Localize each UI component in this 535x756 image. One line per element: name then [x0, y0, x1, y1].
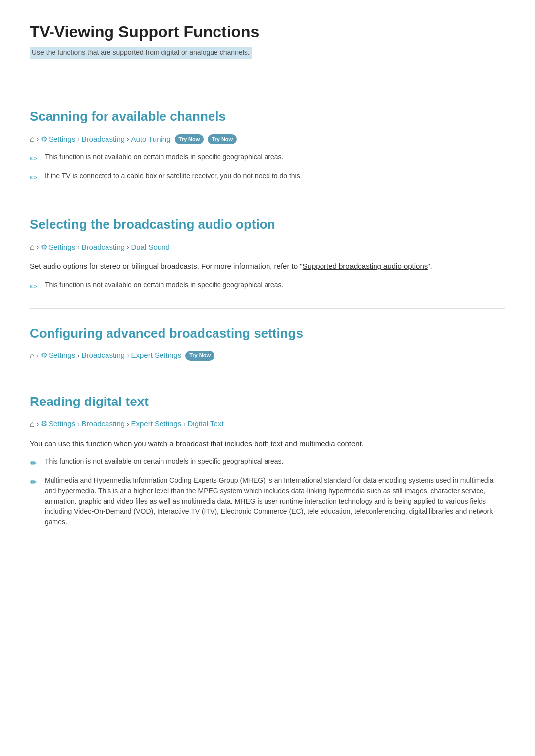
section-digital-text: Reading digital text ⌂ › ⚙ Settings › Br… — [30, 392, 505, 528]
home-icon-3: ⌂ — [30, 350, 35, 362]
digital-text-body: You can use this function when you watch… — [30, 437, 505, 450]
notes-list-scanning: ✏ This function is not available on cert… — [30, 152, 505, 185]
breadcrumb-arrow-6: › — [127, 242, 129, 252]
note-text-3: This function is not available on certai… — [45, 280, 505, 290]
section-scanning: Scanning for available channels ⌂ › ⚙ Se… — [30, 107, 505, 185]
breadcrumb-arrow-9: › — [127, 351, 129, 361]
section-title-audio: Selecting the broadcasting audio option — [30, 215, 505, 234]
breadcrumb-settings-4: ⚙ Settings — [41, 418, 75, 430]
breadcrumb-arrow-7: › — [37, 351, 39, 361]
breadcrumb-broadcasting-4[interactable]: Broadcasting — [82, 418, 125, 430]
breadcrumb-auto-tuning[interactable]: Auto Tuning — [131, 134, 170, 145]
note-item: ✏ This function is not available on cert… — [30, 152, 505, 166]
notes-list-digital: ✏ This function is not available on cert… — [30, 456, 505, 527]
audio-body-text: Set audio options for stereo or bilingua… — [30, 260, 505, 273]
section-advanced: Configuring advanced broadcasting settin… — [30, 324, 505, 362]
try-now-badge-3[interactable]: Try Now — [185, 351, 214, 361]
gear-icon: ⚙ Settings — [41, 134, 75, 145]
home-icon: ⌂ — [30, 133, 35, 145]
breadcrumb-expert-settings-1[interactable]: Expert Settings — [131, 350, 181, 361]
note-item-audio: ✏ This function is not available on cert… — [30, 280, 505, 294]
home-icon-4: ⌂ — [30, 418, 35, 430]
section-audio: Selecting the broadcasting audio option … — [30, 215, 505, 294]
section-title-scanning: Scanning for available channels — [30, 107, 505, 126]
breadcrumb-arrow-12: › — [127, 419, 129, 429]
supported-audio-link[interactable]: Supported broadcasting audio options — [303, 262, 428, 270]
breadcrumb-arrow-11: › — [77, 419, 79, 429]
breadcrumb-scanning: ⌂ › ⚙ Settings › Broadcasting › Auto Tun… — [30, 133, 505, 145]
breadcrumb-arrow-2: › — [77, 134, 79, 144]
breadcrumb-settings-3: ⚙ Settings — [41, 350, 75, 361]
breadcrumb-audio: ⌂ › ⚙ Settings › Broadcasting › Dual Sou… — [30, 241, 505, 253]
note-pencil-icon-5: ✏ — [30, 476, 40, 489]
breadcrumb-broadcasting-1[interactable]: Broadcasting — [82, 134, 125, 145]
settings-label[interactable]: Settings — [49, 134, 75, 145]
notes-list-audio: ✏ This function is not available on cert… — [30, 280, 505, 294]
home-icon-2: ⌂ — [30, 241, 35, 253]
settings-gear-symbol-3: ⚙ — [41, 350, 47, 361]
settings-label-2[interactable]: Settings — [49, 242, 75, 253]
settings-gear-symbol-2: ⚙ — [41, 242, 47, 253]
breadcrumb-advanced: ⌂ › ⚙ Settings › Broadcasting › Expert S… — [30, 350, 505, 362]
breadcrumb-digital-text: ⌂ › ⚙ Settings › Broadcasting › Expert S… — [30, 418, 505, 430]
settings-label-3[interactable]: Settings — [49, 350, 75, 361]
try-now-badge-1a[interactable]: Try Now — [175, 134, 204, 145]
breadcrumb-arrow-1: › — [37, 134, 39, 144]
note-text-2: If the TV is connected to a cable box or… — [45, 171, 505, 181]
breadcrumb-arrow-5: › — [77, 242, 79, 252]
breadcrumb-settings-2: ⚙ Settings — [41, 242, 75, 253]
settings-label-4[interactable]: Settings — [49, 418, 75, 430]
note-item-digital-2: ✏ Multimedia and Hypermedia Information … — [30, 475, 505, 527]
breadcrumb-broadcasting-3[interactable]: Broadcasting — [82, 350, 125, 361]
note-text-1: This function is not available on certai… — [45, 152, 505, 162]
breadcrumb-expert-settings-2[interactable]: Expert Settings — [131, 418, 181, 430]
settings-gear-symbol: ⚙ — [41, 134, 47, 145]
section-divider-4 — [30, 377, 505, 377]
breadcrumb-arrow-8: › — [77, 351, 79, 361]
breadcrumb-arrow-4: › — [37, 242, 39, 252]
breadcrumb-arrow-3: › — [127, 134, 129, 144]
note-text-5: Multimedia and Hypermedia Information Co… — [45, 475, 505, 527]
page-subtitle: Use the functions that are supported fro… — [30, 47, 252, 59]
note-pencil-icon-3: ✏ — [30, 280, 40, 294]
breadcrumb-digital-text[interactable]: Digital Text — [188, 418, 224, 430]
breadcrumb-dual-sound[interactable]: Dual Sound — [131, 242, 169, 253]
note-item-digital-1: ✏ This function is not available on cert… — [30, 456, 505, 470]
settings-gear-symbol-4: ⚙ — [41, 418, 47, 430]
section-title-digital-text: Reading digital text — [30, 392, 505, 411]
note-pencil-icon-4: ✏ — [30, 457, 40, 470]
page-title: TV-Viewing Support Functions — [30, 20, 505, 44]
try-now-badge-1b[interactable]: Try Now — [208, 134, 237, 145]
breadcrumb-arrow-13: › — [183, 419, 185, 429]
note-item: ✏ If the TV is connected to a cable box … — [30, 171, 505, 185]
note-pencil-icon-1: ✏ — [30, 152, 40, 166]
breadcrumb-arrow-10: › — [37, 419, 39, 429]
note-text-4: This function is not available on certai… — [45, 456, 505, 467]
section-title-advanced: Configuring advanced broadcasting settin… — [30, 324, 505, 343]
section-divider-2 — [30, 200, 505, 200]
section-divider-3 — [30, 308, 505, 309]
section-divider-1 — [30, 92, 505, 92]
note-pencil-icon-2: ✏ — [30, 171, 40, 185]
breadcrumb-broadcasting-2[interactable]: Broadcasting — [82, 242, 125, 253]
